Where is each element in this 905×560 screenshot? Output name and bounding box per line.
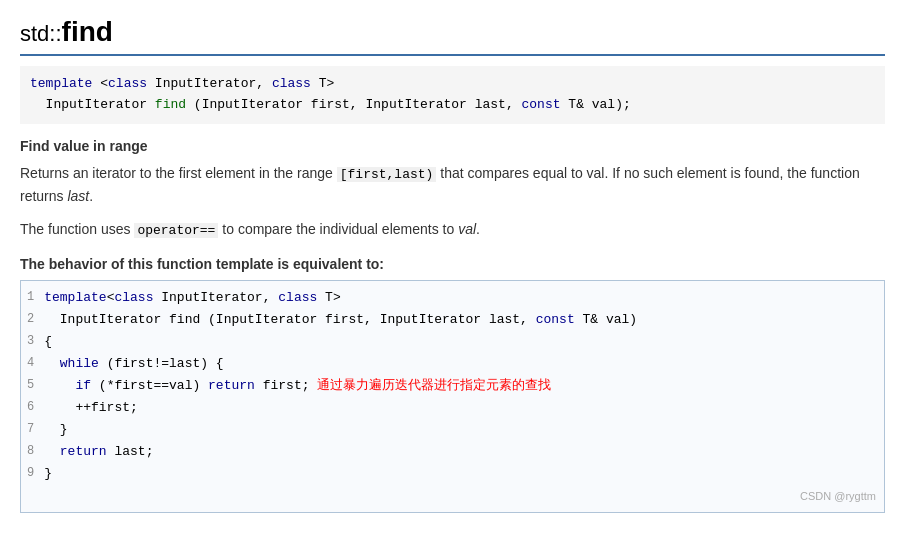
signature-line2: InputIterator find (InputIterator first,… xyxy=(30,95,875,116)
description-paragraph-2: The function uses operator== to compare … xyxy=(20,218,885,242)
line-number-2: 2 xyxy=(21,309,44,329)
code-line-1: 1 template<class InputIterator, class T> xyxy=(21,287,884,309)
code-line-6: 6 ++first; xyxy=(21,397,884,419)
code-line-2: 2 InputIterator find (InputIterator firs… xyxy=(21,309,884,331)
code-line-3: 3 { xyxy=(21,331,884,353)
title-name: find xyxy=(62,16,113,47)
code-line-7: 7 } xyxy=(21,419,884,441)
line-code-3: { xyxy=(44,331,884,353)
line-code-6: ++first; xyxy=(44,397,884,419)
line-number-9: 9 xyxy=(21,463,44,483)
chinese-comment: 通过暴力遍历迭代器进行指定元素的查找 xyxy=(317,378,551,393)
line-code-1: template<class InputIterator, class T> xyxy=(44,287,884,309)
code-line-8: 8 return last; xyxy=(21,441,884,463)
line-code-9: } xyxy=(44,463,884,485)
line-code-7: } xyxy=(44,419,884,441)
signature-line1: template <class InputIterator, class T> xyxy=(30,74,875,95)
line-code-4: while (first!=last) { xyxy=(44,353,884,375)
line-number-8: 8 xyxy=(21,441,44,461)
watermark: CSDN @rygttm xyxy=(21,485,884,506)
line-code-2: InputIterator find (InputIterator first,… xyxy=(44,309,884,331)
function-signature: template <class InputIterator, class T> … xyxy=(20,66,885,124)
line-number-3: 3 xyxy=(21,331,44,351)
italic-last: last xyxy=(67,188,89,204)
line-number-1: 1 xyxy=(21,287,44,307)
line-number-5: 5 xyxy=(21,375,44,395)
italic-val: val xyxy=(458,221,476,237)
description-paragraph-1: Returns an iterator to the first element… xyxy=(20,162,885,208)
title-prefix: std:: xyxy=(20,21,62,46)
line-number-4: 4 xyxy=(21,353,44,373)
code-line-9: 9 } xyxy=(21,463,884,485)
code-operator: operator== xyxy=(134,223,218,238)
line-number-7: 7 xyxy=(21,419,44,439)
line-number-6: 6 xyxy=(21,397,44,417)
line-code-5: if (*first==val) return first; 通过暴力遍历迭代器… xyxy=(44,375,884,397)
line-code-8: return last; xyxy=(44,441,884,463)
section-heading: Find value in range xyxy=(20,138,885,154)
code-line-5: 5 if (*first==val) return first; 通过暴力遍历迭… xyxy=(21,375,884,397)
behavior-heading: The behavior of this function template i… xyxy=(20,256,885,272)
page-title: std::find xyxy=(20,16,885,56)
code-line-4: 4 while (first!=last) { xyxy=(21,353,884,375)
code-range: [first,last) xyxy=(337,167,437,182)
code-block: 1 template<class InputIterator, class T>… xyxy=(20,280,885,514)
